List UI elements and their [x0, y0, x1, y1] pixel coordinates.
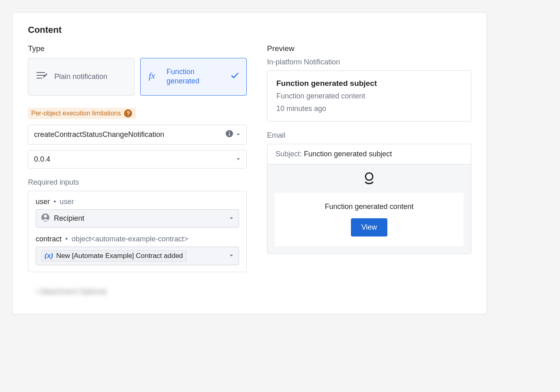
view-button[interactable]: View [351, 218, 388, 236]
plain-notification-icon [36, 70, 48, 83]
function-select-value: createContractStatusChangeNotification [34, 130, 164, 139]
email-subject-value: Function generated subject [304, 150, 392, 158]
type-option-function[interactable]: fx Function generated [140, 58, 247, 96]
content-panel: Content Type [12, 12, 487, 314]
info-icon [225, 130, 233, 140]
function-select[interactable]: createContractStatusChangeNotification [28, 125, 247, 145]
type-label: Type [28, 44, 247, 53]
type-option-function-label: Function generated [167, 67, 224, 86]
in-platform-preview: Function generated subject Function gene… [267, 70, 471, 121]
panel-title: Content [28, 25, 471, 35]
required-inputs-box: user • user Recipient [28, 191, 247, 272]
person-icon [41, 213, 50, 224]
email-preview: Subject: Function generated subject Func… [267, 144, 471, 254]
chevron-down-icon [229, 251, 234, 260]
input-name: user [36, 198, 50, 206]
preview-label: Preview [267, 44, 471, 53]
user-input-select[interactable]: Recipient [36, 209, 239, 228]
function-icon: fx [148, 70, 160, 83]
email-content: Function generated content [325, 202, 413, 211]
svg-rect-5 [229, 133, 230, 136]
warning-pill[interactable]: Per-object execution limitations ? [28, 108, 136, 119]
help-icon: ? [124, 109, 132, 117]
type-options: Plain notification fx Function generated [28, 58, 247, 96]
input-type: object<automate-example-contract> [71, 235, 188, 243]
email-subject-label: Subject: [276, 150, 302, 158]
type-option-plain-label: Plain notification [54, 72, 107, 81]
variable-chip: (x) New [Automate Example] Contract adde… [41, 250, 187, 262]
in-platform-label: In-platform Notification [267, 58, 471, 66]
user-input-value: Recipient [54, 214, 84, 223]
type-option-plain[interactable]: Plain notification [28, 58, 135, 96]
version-select[interactable]: 0.0.4 [28, 150, 247, 168]
input-row-user: user • user Recipient [36, 198, 239, 228]
preview-time: 10 minutes ago [276, 104, 462, 113]
input-type: user [60, 198, 74, 206]
variable-icon: (x) [45, 252, 53, 260]
blurred-section: • Attachment Optional [28, 282, 247, 302]
contract-input-value: New [Automate Example] Contract added [56, 252, 183, 260]
version-select-value: 0.0.4 [34, 155, 50, 164]
email-label: Email [267, 131, 471, 140]
contract-input-select[interactable]: (x) New [Automate Example] Contract adde… [36, 247, 239, 265]
input-name: contract [36, 235, 62, 243]
left-column: Type Plain notification [28, 44, 247, 302]
input-row-contract: contract • object<automate-example-contr… [36, 235, 239, 265]
logo-icon [363, 172, 375, 187]
svg-text:fx: fx [149, 70, 155, 81]
svg-point-9 [365, 173, 373, 180]
checkmark-icon [230, 71, 239, 82]
email-subject-row: Subject: Function generated subject [267, 144, 471, 164]
email-body: Function generated content View [267, 164, 471, 254]
svg-point-6 [229, 131, 230, 132]
chevron-down-icon [236, 130, 241, 139]
chevron-down-icon [236, 155, 241, 164]
right-column: Preview In-platform Notification Functio… [267, 44, 471, 302]
svg-point-8 [44, 215, 47, 217]
email-inner-card: Function generated content View [275, 193, 464, 246]
preview-subject: Function generated subject [276, 79, 462, 88]
preview-content: Function generated content [276, 92, 462, 100]
chevron-down-icon [229, 214, 234, 223]
warning-label: Per-object execution limitations [31, 110, 121, 117]
required-inputs-label: Required inputs [28, 178, 247, 187]
